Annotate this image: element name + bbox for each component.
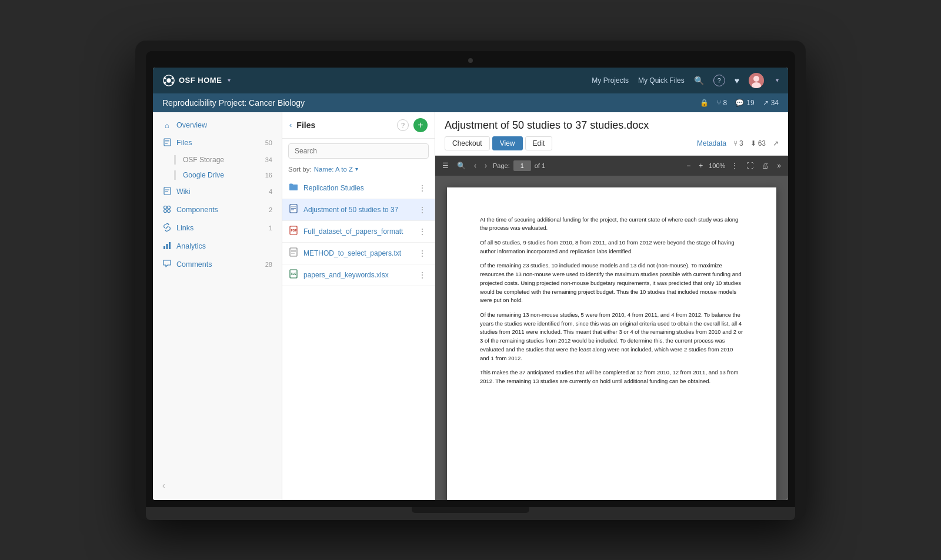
svg-rect-23 (290, 204, 297, 213)
nav-left: OSF HOME ▾ (162, 74, 231, 87)
my-quick-files-link[interactable]: My Quick Files (638, 76, 685, 85)
pdf-search-button[interactable]: 🔍 (455, 160, 468, 171)
svg-point-19 (168, 209, 171, 212)
osf-logo-icon (162, 74, 175, 87)
sidebar-item-comments[interactable]: Comments 28 (153, 256, 282, 273)
pdf-menu-button[interactable]: » (775, 160, 783, 171)
pdf-para-2: Of all 50 studies, 9 studies from 2010, … (480, 239, 743, 256)
svg-text:PDF: PDF (291, 229, 297, 232)
pdf-more-options[interactable]: ⋮ (729, 160, 740, 171)
osf-logo[interactable]: OSF HOME ▾ (162, 74, 231, 87)
files-help-button[interactable]: ? (397, 119, 409, 131)
document-panel: Adjustment of 50 studies to 37 studies.d… (435, 112, 788, 500)
files-sort-bar: Sort by: Name: A to Z ▾ (282, 163, 435, 177)
sidebar-item-overview[interactable]: ⌂ Overview (153, 117, 282, 134)
file-item-papers-keywords[interactable]: XLS papers_and_keywords.xlsx ⋮ (282, 264, 435, 286)
file-menu-replication-studies[interactable]: ⋮ (416, 182, 429, 194)
pdf-fullscreen-button[interactable]: ⛶ (744, 160, 756, 171)
file-item-replication-studies[interactable]: Replication Studies ⋮ (282, 177, 435, 199)
files-panel: ‹ Files ? + Sort by: Name: A to Z ▾ (282, 112, 435, 500)
avatar[interactable] (749, 73, 764, 88)
wiki-badge: 4 (269, 188, 272, 195)
components-label: Components (176, 206, 264, 214)
files-search-input[interactable] (288, 143, 429, 159)
links-badge: 1 (269, 224, 272, 232)
heart-icon[interactable]: ♥ (735, 76, 739, 85)
metadata-link[interactable]: Metadata (697, 139, 726, 147)
file-item-adjustment-50[interactable]: Adjustment of 50 studies to 37 ⋮ (282, 199, 435, 221)
view-button[interactable]: View (492, 136, 523, 150)
google-drive-badge: 16 (265, 172, 272, 179)
osf-storage-label: OSF Storage (183, 156, 261, 164)
analytics-icon (162, 242, 172, 252)
sidebar-item-analytics[interactable]: Analytics (153, 237, 282, 256)
svg-point-5 (172, 81, 174, 83)
components-icon (162, 205, 172, 215)
pdf-content: At the time of securing additional fundi… (435, 176, 788, 500)
file-name-method-select: METHOD_to_select_papers.txt (303, 249, 411, 257)
svg-rect-21 (166, 244, 168, 249)
nav-dropdown-icon[interactable]: ▾ (228, 77, 231, 83)
file-menu-method-select[interactable]: ⋮ (416, 247, 429, 259)
components-badge: 2 (269, 206, 272, 213)
document-actions: Checkout View Edit Metadata ⑂ 3 (445, 136, 779, 150)
sidebar-item-google-drive[interactable]: Google Drive 16 (153, 167, 282, 183)
file-menu-adjustment-50[interactable]: ⋮ (416, 204, 429, 216)
document-header: Adjustment of 50 studies to 37 studies.d… (435, 112, 788, 156)
file-item-method-select[interactable]: METHOD_to_select_papers.txt ⋮ (282, 243, 435, 264)
svg-point-2 (164, 77, 166, 79)
sort-value[interactable]: Name: A to Z (314, 166, 353, 173)
sort-dropdown-icon[interactable]: ▾ (355, 166, 358, 172)
comments-label: Comments (176, 260, 261, 269)
svg-rect-29 (290, 248, 297, 256)
pdf-zoom-out[interactable]: − (684, 160, 693, 171)
sidebar-item-links[interactable]: Links 1 (153, 219, 282, 237)
my-projects-link[interactable]: My Projects (592, 76, 629, 85)
pdf-sidebar-toggle[interactable]: ☰ (440, 160, 451, 171)
svg-point-3 (172, 77, 174, 79)
fork-count: ⑂ 8 (717, 99, 728, 107)
pdf-next-page[interactable]: › (482, 160, 489, 171)
svg-point-18 (164, 209, 167, 212)
svg-rect-20 (163, 246, 165, 249)
checkout-button[interactable]: Checkout (445, 136, 490, 150)
avatar-dropdown-icon[interactable]: ▾ (776, 77, 779, 83)
comment-icon: 💬 (735, 99, 744, 107)
file-item-full-dataset[interactable]: PDF Full_dataset_of_papers_formatt ⋮ (282, 221, 435, 243)
svg-point-7 (753, 76, 759, 82)
lock-icon: 🔒 (700, 99, 709, 107)
svg-point-1 (166, 78, 171, 82)
sidebar-item-wiki[interactable]: Wiki 4 (153, 183, 282, 201)
doc-share-btn[interactable]: ↗ (773, 139, 779, 147)
sidebar-item-osf-storage[interactable]: OSF Storage 34 (153, 152, 282, 167)
pdf-prev-page[interactable]: ‹ (472, 160, 479, 171)
pdf-toolbar: ☰ 🔍 ‹ › Page: of 1 − + (435, 156, 788, 176)
project-title: Reproducibility Project: Cancer Biology (162, 98, 305, 108)
file-name-replication-studies: Replication Studies (303, 184, 411, 192)
share-count: ↗ 34 (763, 99, 779, 107)
pdf-page-input[interactable] (513, 160, 531, 171)
help-icon[interactable]: ? (713, 75, 725, 86)
sidebar-collapse-button[interactable]: ‹ (162, 481, 165, 490)
files-add-button[interactable]: + (413, 118, 428, 132)
search-icon[interactable]: 🔍 (694, 76, 704, 85)
links-label: Links (176, 224, 264, 232)
pdf-para-4: Of the remaining 13 non-mouse studies, 5… (480, 311, 743, 363)
files-panel-title: Files (296, 120, 392, 130)
pdf-zoom-in[interactable]: + (696, 160, 705, 171)
share-stat-icon: ↗ (773, 139, 779, 147)
download-stat-icon: ⬇ (750, 139, 756, 147)
files-back-button[interactable]: ‹ (289, 120, 292, 129)
pdf-para-1: At the time of securing additional fundi… (480, 216, 743, 233)
sidebar-item-files[interactable]: Files 50 (153, 134, 282, 152)
laptop-base (146, 507, 795, 520)
document-title: Adjustment of 50 studies to 37 studies.d… (445, 119, 779, 132)
sidebar-item-components[interactable]: Components 2 (153, 201, 282, 219)
share-icon: ↗ (763, 99, 769, 107)
file-menu-full-dataset[interactable]: ⋮ (416, 226, 429, 237)
pdf-print-button[interactable]: 🖨 (759, 160, 771, 171)
files-subitems: OSF Storage 34 Google Drive 16 (153, 152, 282, 183)
edit-button[interactable]: Edit (525, 136, 553, 150)
nav-right: My Projects My Quick Files 🔍 ? ♥ ▾ (592, 73, 779, 88)
file-menu-papers-keywords[interactable]: ⋮ (416, 269, 429, 281)
